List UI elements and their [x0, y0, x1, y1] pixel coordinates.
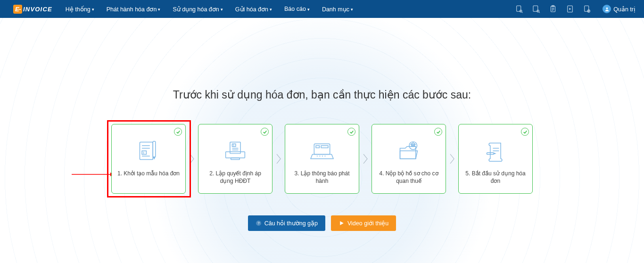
svg-marker-54	[340, 221, 344, 225]
step-connector	[359, 124, 372, 194]
nav-label: Gửi hóa đơn	[235, 6, 268, 13]
nav-label: Sử dụng hóa đơn	[173, 6, 219, 13]
svg-rect-29	[231, 158, 240, 160]
svg-rect-28	[226, 152, 245, 158]
video-button[interactable]: Video giới thiệu	[331, 215, 396, 231]
step-label: 3. Lập thông báo phát hành	[290, 170, 354, 185]
chevron-down-icon: ▾	[158, 7, 160, 12]
toolbar-icons: Quản trị	[515, 5, 636, 13]
step-card-3[interactable]: 3. Lập thông báo phát hành	[285, 124, 359, 194]
nav-label: Phát hành hóa đơn	[107, 6, 157, 13]
logo-text: INVOICE	[23, 6, 52, 13]
chevron-down-icon: ▾	[351, 7, 353, 12]
steps-row: $ 1. Khởi tạo mẫu hóa đơn $ 2. Lập	[0, 124, 644, 194]
step-connector	[272, 124, 285, 194]
avatar-icon	[603, 5, 611, 13]
svg-marker-47	[411, 142, 415, 144]
doc-search-icon[interactable]	[515, 5, 523, 13]
step-label: 4. Nộp bộ hồ sơ cho cơ quan thuế	[377, 170, 441, 185]
svg-marker-27	[153, 157, 156, 160]
svg-line-5	[539, 12, 540, 13]
nav-label: Danh mục	[322, 6, 349, 13]
step-connector	[446, 124, 458, 194]
scroll-pen-icon	[482, 140, 509, 163]
svg-text:?: ?	[257, 221, 259, 225]
question-icon: ?	[256, 220, 262, 226]
step-card-2[interactable]: $ 2. Lập quyết định áp dụng HĐĐT	[198, 124, 272, 194]
nav-label: Báo cáo	[284, 6, 306, 12]
main-area: Trước khi sử dụng hóa đơn, bạn cần thực …	[0, 18, 644, 263]
step-label: 5. Bắt đầu sử dụng hóa đơn	[463, 170, 528, 185]
nav-item-catalog[interactable]: Danh mục ▾	[322, 6, 353, 13]
svg-marker-51	[494, 153, 496, 155]
svg-marker-12	[570, 8, 571, 10]
check-icon	[174, 128, 182, 136]
user-menu[interactable]: Quản trị	[600, 5, 636, 13]
computer-doc-icon: $	[222, 140, 248, 163]
play-icon	[339, 220, 345, 226]
chevron-down-icon: ▾	[307, 7, 310, 12]
nav-item-use[interactable]: Sử dụng hóa đơn ▾	[173, 6, 223, 13]
main-menu: Hệ thống ▾ Phát hành hóa đơn ▾ Sử dụng h…	[66, 6, 353, 13]
step-card-4[interactable]: 4. Nộp bộ hồ sơ cho cơ quan thuế	[372, 124, 446, 194]
folder-gov-icon	[396, 140, 422, 163]
laptop-icon	[309, 140, 335, 163]
logo-prefix: E-	[13, 5, 22, 14]
top-nav: E- INVOICE Hệ thống ▾ Phát hành hóa đơn …	[0, 0, 644, 18]
svg-point-17	[606, 7, 608, 9]
check-icon	[434, 128, 442, 136]
play-file-icon[interactable]	[566, 5, 574, 13]
nav-item-send[interactable]: Gửi hóa đơn ▾	[235, 6, 272, 13]
nav-item-report[interactable]: Báo cáo ▾	[284, 6, 310, 13]
clipboard-icon[interactable]	[549, 5, 557, 13]
svg-text:$: $	[143, 151, 144, 154]
step-connector	[186, 124, 198, 194]
svg-line-2	[522, 12, 523, 13]
step-label: 1. Khởi tạo mẫu hóa đơn	[117, 170, 180, 177]
svg-text:$: $	[233, 144, 234, 147]
check-icon	[261, 128, 269, 136]
headline: Trước khi sử dụng hóa đơn, bạn cần thực …	[0, 18, 644, 101]
nav-label: Hệ thống	[66, 6, 91, 13]
nav-item-issue[interactable]: Phát hành hóa đơn ▾	[107, 6, 161, 13]
svg-rect-0	[517, 6, 521, 11]
svg-rect-37	[321, 146, 328, 148]
step-card-5[interactable]: 5. Bắt đầu sử dụng hóa đơn	[458, 124, 533, 194]
action-buttons: ? Câu hỏi thường gặp Video giới thiệu	[0, 215, 644, 231]
svg-rect-26	[153, 141, 156, 157]
faq-label: Câu hỏi thường gặp	[264, 220, 318, 227]
user-name-label: Quản trị	[613, 6, 636, 13]
logo[interactable]: E- INVOICE	[13, 5, 52, 14]
nav-item-system[interactable]: Hệ thống ▾	[66, 6, 94, 13]
chevron-down-icon: ▾	[270, 7, 272, 12]
doc-plus-icon[interactable]	[583, 5, 591, 13]
step-label: 2. Lập quyết định áp dụng HĐĐT	[203, 170, 267, 185]
video-label: Video giới thiệu	[347, 220, 388, 227]
check-icon	[521, 128, 529, 136]
svg-rect-36	[316, 146, 319, 148]
step-card-1[interactable]: $ 1. Khởi tạo mẫu hóa đơn	[111, 124, 186, 194]
doc-search2-icon[interactable]	[532, 5, 540, 13]
template-icon: $	[135, 140, 162, 163]
svg-rect-13	[585, 6, 589, 11]
chevron-down-icon: ▾	[221, 7, 223, 12]
check-icon	[347, 128, 355, 136]
chevron-down-icon: ▾	[92, 7, 94, 12]
faq-button[interactable]: ? Câu hỏi thường gặp	[248, 215, 325, 231]
